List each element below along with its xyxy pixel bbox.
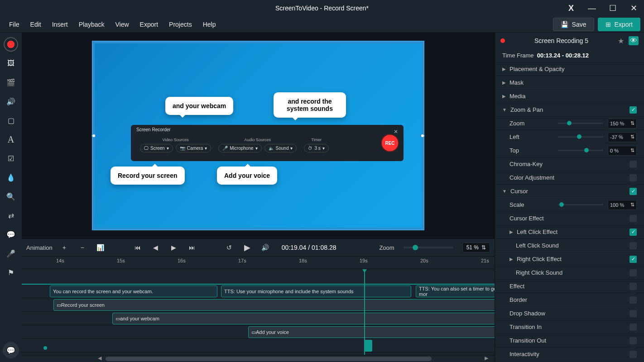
left-value-input[interactable]: -37 %⇅: [608, 132, 637, 142]
star-icon[interactable]: ★: [618, 37, 624, 45]
lclick-sound-checkbox[interactable]: [630, 242, 637, 249]
zoom-slider[interactable]: [404, 247, 453, 248]
clip-anno-1[interactable]: ▭ Record your screen: [53, 299, 495, 311]
zoom-tool[interactable]: 🔍: [3, 188, 19, 205]
next-frame-button[interactable]: ▶: [168, 241, 180, 254]
cursor-effect-checkbox[interactable]: [630, 215, 637, 222]
go-end-button[interactable]: ⏭: [186, 241, 198, 254]
scale-slider[interactable]: [558, 204, 603, 205]
play-button[interactable]: ▶: [241, 241, 254, 254]
border-section[interactable]: Border: [495, 293, 644, 307]
timer-dropdown[interactable]: ⏱ 3 s ▾: [304, 144, 328, 152]
menu-view[interactable]: View: [110, 18, 135, 31]
playhead[interactable]: [364, 269, 365, 355]
clip-anno-2[interactable]: ▭ and your webcam: [112, 313, 495, 324]
record-button[interactable]: REC: [381, 134, 399, 152]
clip-anno-3[interactable]: ▭ Add your voice: [248, 326, 495, 338]
cursor-section[interactable]: ▼Cursor✓: [495, 185, 644, 198]
menu-edit[interactable]: Edit: [25, 18, 47, 31]
rclick-effect-row[interactable]: ▶Right Click Effect✓: [495, 252, 644, 266]
interactivity-checkbox[interactable]: [630, 351, 637, 358]
transition-out-section[interactable]: Transition Out: [495, 334, 644, 348]
maximize-button[interactable]: ☐: [602, 0, 623, 16]
extra-close-button[interactable]: X: [561, 0, 582, 16]
add-keyframe-button[interactable]: +: [58, 241, 71, 254]
blur-tool[interactable]: 💧: [3, 169, 19, 186]
sound-dropdown[interactable]: 🔈 Sound ▾: [264, 144, 297, 152]
volume-button[interactable]: 🔊: [259, 241, 272, 254]
scale-value-input[interactable]: 100 %⇅: [608, 200, 637, 210]
menu-playback[interactable]: Playback: [73, 18, 110, 31]
rclick-sound-row[interactable]: Right Click Sound: [495, 266, 644, 280]
clip-tts-1[interactable]: You can record the screen and your webca…: [50, 286, 217, 297]
trans-in-checkbox[interactable]: [630, 324, 637, 331]
video-tool[interactable]: 🎬: [3, 74, 19, 90]
trans-out-checkbox[interactable]: [630, 337, 637, 344]
audio-tool[interactable]: 🔊: [3, 93, 19, 110]
checkmark-tool[interactable]: ☑: [3, 150, 19, 167]
replay-button[interactable]: ↺: [223, 241, 235, 254]
track-keyframe[interactable]: [43, 346, 47, 350]
chat-tool[interactable]: 💬: [3, 342, 19, 358]
lclick-sound-row[interactable]: Left Click Sound: [495, 239, 644, 252]
prev-frame-button[interactable]: ◀: [149, 241, 162, 254]
zoom-pan-section[interactable]: ▼Zoom & Pan✓: [495, 103, 644, 117]
color-adj-checkbox[interactable]: [630, 174, 637, 181]
chroma-section[interactable]: Chroma-Key: [495, 157, 644, 171]
menu-projects[interactable]: Projects: [163, 18, 197, 31]
mic-dropdown[interactable]: 🎤 Microphone ▾: [218, 144, 261, 152]
transition-in-section[interactable]: Transition In: [495, 320, 644, 334]
menu-insert[interactable]: Insert: [47, 18, 73, 31]
tts-tool[interactable]: 💬: [3, 226, 19, 243]
go-start-button[interactable]: ⏮: [131, 241, 144, 254]
media-section[interactable]: ▶Media: [495, 90, 644, 103]
close-button[interactable]: ✕: [623, 0, 644, 16]
text-tool[interactable]: A: [3, 131, 19, 148]
clip-marker[interactable]: [364, 340, 372, 352]
canvas-area[interactable]: Screen Recorder ✕ Video Sources 🖵 Screen…: [22, 33, 495, 238]
top-value-input[interactable]: 0 %⇅: [608, 146, 637, 156]
lclick-effect-row[interactable]: ▶Left Click Effect✓: [495, 225, 644, 239]
screen-dropdown[interactable]: 🖵 Screen ▾: [140, 144, 173, 152]
clip-tts-2[interactable]: TTS: Use your microphone and include the…: [221, 286, 411, 297]
eye-icon[interactable]: 👁: [629, 36, 639, 45]
shape-tool[interactable]: ▢: [3, 112, 19, 129]
selection-handle-left[interactable]: [91, 133, 96, 138]
effect-checkbox[interactable]: [630, 283, 637, 290]
export-button[interactable]: ⊞ Export: [598, 18, 640, 31]
cursor-effect-row[interactable]: Cursor Effect: [495, 212, 644, 225]
drop-shadow-checkbox[interactable]: [630, 310, 637, 317]
cursor-checkbox[interactable]: ✓: [630, 188, 637, 195]
timeline-scrollbar[interactable]: ◀ ▶: [22, 355, 495, 362]
flag-tool[interactable]: ⚑: [3, 264, 19, 281]
transition-tool[interactable]: ⇄: [3, 207, 19, 224]
timeline-ruler[interactable]: 14s 15s 16s 17s 18s 19s 20s 21s: [22, 257, 495, 269]
menu-export[interactable]: Export: [135, 18, 163, 31]
clip-tts-3[interactable]: TTS: You can also set a timer to get mor: [416, 286, 495, 297]
camera-dropdown[interactable]: 📷 Camera ▾: [176, 144, 211, 152]
zoom-value[interactable]: 51 %⇅: [462, 243, 490, 252]
remove-keyframe-button[interactable]: −: [76, 241, 89, 254]
effect-section[interactable]: Effect: [495, 280, 644, 293]
zoom-pan-checkbox[interactable]: ✓: [630, 106, 637, 114]
lclick-checkbox[interactable]: ✓: [630, 229, 637, 236]
animation-graph-button[interactable]: 📊: [94, 241, 107, 254]
interactivity-section[interactable]: Interactivity: [495, 348, 644, 361]
zoom-value-input[interactable]: 150 %⇅: [608, 119, 637, 129]
minimize-button[interactable]: —: [582, 0, 602, 16]
record-tool[interactable]: [3, 36, 19, 52]
top-slider[interactable]: [558, 150, 603, 151]
menu-help[interactable]: Help: [197, 18, 221, 31]
rclick-checkbox[interactable]: ✓: [630, 256, 637, 263]
timeline-tracks[interactable]: You can record the screen and your webca…: [22, 269, 495, 355]
placement-section[interactable]: ▶Placement & Opacity: [495, 62, 644, 76]
selection-handle-right[interactable]: [420, 133, 425, 138]
drop-shadow-section[interactable]: Drop Shadow: [495, 307, 644, 320]
menu-file[interactable]: File: [4, 18, 25, 31]
zoom-slider[interactable]: [558, 123, 603, 124]
border-checkbox[interactable]: [630, 296, 637, 304]
recorder-close-icon[interactable]: ✕: [394, 129, 398, 135]
color-adj-section[interactable]: Color Adjustment: [495, 171, 644, 185]
canvas[interactable]: Screen Recorder ✕ Video Sources 🖵 Screen…: [93, 42, 423, 229]
chroma-checkbox[interactable]: [630, 161, 637, 168]
